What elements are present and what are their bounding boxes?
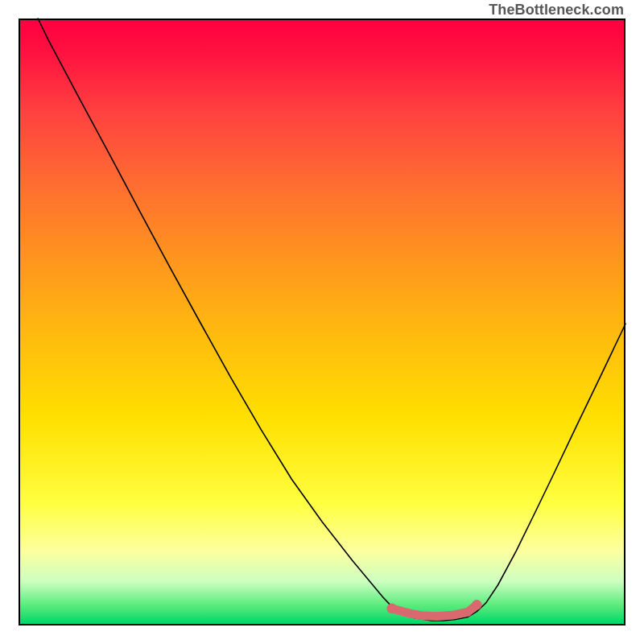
bottleneck-chart-svg bbox=[19, 19, 625, 625]
watermark-text: TheBottleneck.com bbox=[489, 2, 624, 19]
svg-point-0 bbox=[386, 604, 397, 614]
svg-point-1 bbox=[472, 600, 482, 610]
optimal-range-marker bbox=[386, 600, 481, 617]
bottleneck-curve bbox=[38, 19, 625, 621]
